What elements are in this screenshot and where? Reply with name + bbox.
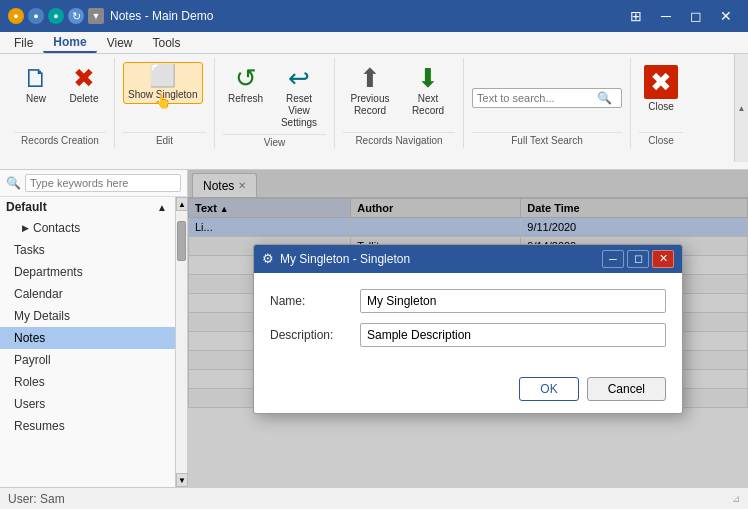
modal-restore-button[interactable]: ◻ — [627, 250, 649, 268]
refresh-icon-titlebar[interactable]: ↻ — [68, 8, 84, 24]
sidebar-item-resumes[interactable]: Resumes — [0, 415, 175, 437]
menu-home[interactable]: Home — [43, 33, 96, 53]
sidebar-search-input[interactable] — [25, 174, 181, 192]
modal-description-label: Description: — [270, 328, 360, 342]
sidebar-item-mydetails[interactable]: My Details — [0, 305, 175, 327]
sidebar-item-users[interactable]: Users — [0, 393, 175, 415]
records-creation-label: Records Creation — [14, 132, 106, 148]
modal-description-input[interactable] — [360, 323, 666, 347]
edit-label: Edit — [123, 132, 206, 148]
scroll-track — [176, 211, 187, 473]
expand-icon: ▶ — [22, 223, 29, 233]
reset-view-label: Reset View Settings — [277, 93, 321, 129]
modal-field-name: Name: — [270, 289, 666, 313]
dropdown-arrow-icon[interactable]: ▼ — [88, 8, 104, 24]
sidebar-item-payroll[interactable]: Payroll — [0, 349, 175, 371]
modal-cancel-button[interactable]: Cancel — [587, 377, 666, 401]
contacts-subitem: ▶ Contacts — [0, 217, 175, 239]
search-sidebar-icon: 🔍 — [6, 176, 21, 190]
title-bar-left: ● ● ● ↻ ▼ Notes - Main Demo — [8, 8, 213, 24]
sidebar-item-contacts[interactable]: ▶ Contacts — [8, 217, 175, 239]
sidebar-item-calendar[interactable]: Calendar — [0, 283, 175, 305]
new-button[interactable]: 🗋 New — [14, 62, 58, 108]
sidebar-with-scroll: Default ▲ ▶ Contacts Tasks Departments C… — [0, 197, 187, 487]
delete-button[interactable]: ✖ Delete — [62, 62, 106, 108]
modal-field-description: Description: — [270, 323, 666, 347]
records-nav-label: Records Navigation — [343, 132, 455, 148]
modal-gear-icon: ⚙ — [262, 251, 274, 266]
ribbon-group-search: 🔍 Full Text Search — [464, 58, 631, 148]
reset-view-icon: ↩ — [288, 65, 310, 91]
show-singleton-button[interactable]: ⬜ Show Singleton 👆 — [123, 62, 203, 104]
modal-title: My Singleton - Singleton — [280, 252, 410, 266]
close-icon: ✖ — [644, 65, 678, 99]
new-label: New — [26, 93, 46, 105]
window-controls: ⊞ ─ ◻ ✕ — [622, 6, 740, 26]
resize-handle[interactable]: ⊿ — [732, 493, 740, 504]
sidebar-inner: Default ▲ ▶ Contacts Tasks Departments C… — [0, 197, 175, 487]
sidebar-item-notes[interactable]: Notes — [0, 327, 175, 349]
scroll-down-button[interactable]: ▼ — [176, 473, 188, 487]
restore-button[interactable]: ◻ — [682, 6, 710, 26]
sidebar-search: 🔍 — [0, 170, 187, 197]
main-area: 🔍 Default ▲ ▶ Contacts Tasks Departments… — [0, 170, 748, 487]
next-record-button[interactable]: ⬇ Next Record — [401, 62, 455, 120]
close-button[interactable]: ✖ Close — [639, 62, 683, 116]
app-icon-teal: ● — [48, 8, 64, 24]
delete-icon: ✖ — [73, 65, 95, 91]
modal-footer: OK Cancel — [254, 369, 682, 413]
ribbon-group-records-creation: 🗋 New ✖ Delete Records Creation — [6, 58, 115, 148]
full-text-search-box[interactable]: 🔍 — [472, 88, 622, 108]
sidebar-item-tasks[interactable]: Tasks — [0, 239, 175, 261]
sidebar-item-roles[interactable]: Roles — [0, 371, 175, 393]
app-icon-orange: ● — [8, 8, 24, 24]
modal-ok-button[interactable]: OK — [519, 377, 578, 401]
modal-close-button[interactable]: ✕ — [652, 250, 674, 268]
previous-record-button[interactable]: ⬆ Previous Record — [343, 62, 397, 120]
chevron-up-icon: ▲ — [738, 104, 746, 113]
next-record-icon: ⬇ — [417, 65, 439, 91]
modal-controls: ─ ◻ ✕ — [602, 250, 674, 268]
close-window-button[interactable]: ✕ — [712, 6, 740, 26]
modal-name-label: Name: — [270, 294, 360, 308]
ribbon-scroll-button[interactable]: ▲ — [734, 54, 748, 162]
modal-titlebar-left: ⚙ My Singleton - Singleton — [262, 251, 410, 266]
sidebar-section-default[interactable]: Default ▲ — [0, 197, 175, 217]
reset-view-button[interactable]: ↩ Reset View Settings — [272, 62, 326, 132]
minimize-button[interactable]: ─ — [652, 6, 680, 26]
refresh-icon: ↺ — [235, 65, 257, 91]
search-icon: 🔍 — [597, 91, 612, 105]
previous-record-icon: ⬆ — [359, 65, 381, 91]
ribbon-group-records-nav: ⬆ Previous Record ⬇ Next Record Records … — [335, 58, 464, 148]
scroll-up-button[interactable]: ▲ — [176, 197, 188, 211]
window-title: Notes - Main Demo — [110, 9, 213, 23]
show-singleton-icon: ⬜ — [149, 65, 176, 87]
menu-bar: File Home View Tools — [0, 32, 748, 54]
collapse-icon: ▲ — [157, 202, 167, 213]
title-bar: ● ● ● ↻ ▼ Notes - Main Demo ⊞ ─ ◻ ✕ — [0, 0, 748, 32]
menu-view[interactable]: View — [97, 34, 143, 52]
sidebar: 🔍 Default ▲ ▶ Contacts Tasks Departments… — [0, 170, 188, 487]
close-group-label: Close — [639, 132, 683, 148]
menu-file[interactable]: File — [4, 34, 43, 52]
sidebar-item-departments[interactable]: Departments — [0, 261, 175, 283]
status-bar: User: Sam ⊿ — [0, 487, 748, 509]
default-section-label: Default — [6, 200, 47, 214]
refresh-label: Refresh — [228, 93, 263, 105]
delete-label: Delete — [70, 93, 99, 105]
refresh-button[interactable]: ↺ Refresh — [223, 62, 268, 108]
modal-minimize-button[interactable]: ─ — [602, 250, 624, 268]
next-record-label: Next Record — [406, 93, 450, 117]
singleton-modal: ⚙ My Singleton - Singleton ─ ◻ ✕ Name: — [253, 244, 683, 414]
sidebar-scrollbar: ▲ ▼ — [175, 197, 187, 487]
menu-tools[interactable]: Tools — [142, 34, 190, 52]
content-area: Notes ✕ Text ▲ Author Date Time Li... — [188, 170, 748, 487]
modal-body: Name: Description: — [254, 273, 682, 369]
maximize-icon-titlebar[interactable]: ⊞ — [622, 6, 650, 26]
search-input[interactable] — [477, 92, 597, 104]
scroll-thumb[interactable] — [177, 221, 186, 261]
ribbon-group-edit: ⬜ Show Singleton 👆 Edit — [115, 58, 215, 148]
app-icon-blue: ● — [28, 8, 44, 24]
modal-name-input[interactable] — [360, 289, 666, 313]
user-status: User: Sam — [8, 492, 65, 506]
